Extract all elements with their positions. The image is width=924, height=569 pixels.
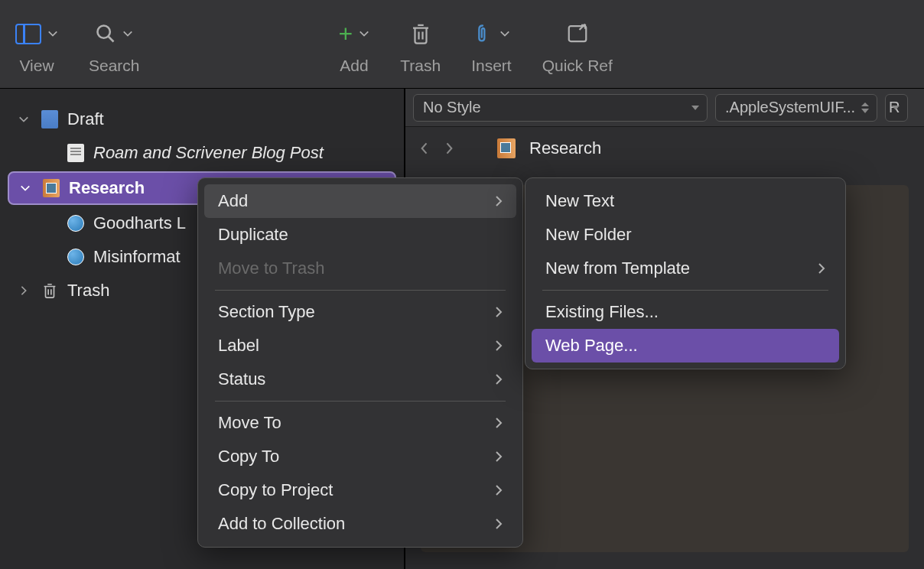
draft-folder-icon — [41, 110, 58, 128]
quickref-icon[interactable] — [566, 22, 589, 45]
menu-item-new-folder[interactable]: New Folder — [532, 218, 839, 252]
research-folder-icon — [43, 179, 60, 197]
menu-item-label: New Text — [545, 191, 614, 211]
menu-item-label: New Folder — [545, 225, 631, 245]
regular-select-value: R — [889, 99, 900, 116]
tree-item-blog-post[interactable]: Roam and Scrivener Blog Post — [0, 136, 404, 170]
chevron-right-icon — [495, 195, 503, 207]
toolbar-trash-group: Trash — [400, 18, 441, 75]
chevron-down-icon[interactable] — [359, 28, 369, 39]
research-folder-icon — [497, 138, 516, 158]
menu-item-label: Web Page... — [545, 336, 638, 356]
menu-item-label[interactable]: Label — [204, 329, 516, 363]
chevron-right-icon — [495, 518, 503, 530]
tree-label: Research — [69, 178, 145, 198]
menu-item-label: Add to Collection — [218, 514, 345, 534]
toolbar-quickref-label: Quick Ref — [542, 57, 613, 75]
document-icon — [67, 144, 84, 162]
web-page-icon — [67, 215, 84, 232]
nav-forward-button[interactable] — [444, 141, 454, 156]
tree-label: Misinformat — [93, 247, 181, 267]
sidebar-view-icon[interactable] — [15, 24, 41, 44]
font-select-value: .AppleSystemUIF... — [725, 99, 855, 116]
chevron-right-icon — [495, 450, 503, 463]
menu-item-web-page[interactable]: Web Page... — [532, 329, 839, 363]
menu-item-move-to[interactable]: Move To — [204, 406, 516, 440]
chevron-right-icon — [495, 340, 503, 352]
chevron-down-icon[interactable] — [122, 28, 133, 39]
menu-item-section-type[interactable]: Section Type — [204, 295, 516, 329]
chevron-down-icon[interactable] — [499, 28, 510, 39]
toolbar-search-label: Search — [89, 57, 140, 75]
svg-line-1 — [109, 37, 114, 42]
trash-icon[interactable] — [409, 21, 432, 46]
breadcrumb-title: Research — [529, 138, 601, 158]
chevron-down-icon[interactable] — [47, 28, 58, 39]
menu-item-move-to-trash: Move to Trash — [204, 252, 516, 285]
toolbar-quickref-group: Quick Ref — [542, 18, 613, 75]
menu-item-label: Section Type — [218, 302, 315, 322]
toolbar-view-group: View — [15, 18, 58, 75]
menu-item-label: Move to Trash — [218, 258, 324, 278]
menu-item-label: Existing Files... — [545, 302, 659, 322]
svg-point-0 — [98, 26, 110, 38]
regular-select[interactable]: R — [885, 94, 908, 122]
chevron-right-icon — [495, 306, 503, 318]
menu-item-duplicate[interactable]: Duplicate — [204, 218, 516, 252]
tree-item-draft[interactable]: Draft — [0, 102, 404, 136]
chevron-right-icon — [495, 417, 503, 429]
menu-item-status[interactable]: Status — [204, 363, 516, 396]
menu-item-label: Status — [218, 369, 265, 389]
chevron-right-icon — [495, 484, 503, 496]
toolbar-insert-group: Insert — [471, 18, 512, 75]
paperclip-icon[interactable] — [472, 22, 493, 45]
disclosure-triangle-icon[interactable] — [18, 285, 32, 296]
toolbar: View Search + Add Trash Insert Quick — [0, 0, 924, 89]
toolbar-add-group: + Add — [339, 18, 370, 75]
menu-item-add-to-collection[interactable]: Add to Collection — [204, 507, 516, 541]
breadcrumb-bar: Research — [405, 127, 924, 170]
menu-separator — [215, 401, 506, 402]
web-page-icon — [67, 249, 84, 265]
menu-item-new-text[interactable]: New Text — [532, 184, 839, 218]
toolbar-view-label: View — [19, 57, 54, 75]
menu-item-label: Duplicate — [218, 225, 288, 245]
menu-separator — [215, 290, 506, 291]
style-select-value: No Style — [423, 99, 481, 116]
toolbar-trash-label: Trash — [400, 57, 441, 75]
disclosure-triangle-icon[interactable] — [20, 183, 34, 193]
menu-item-copy-to-project[interactable]: Copy to Project — [204, 473, 516, 507]
plus-icon[interactable]: + — [339, 21, 353, 46]
menu-item-label: Label — [218, 336, 259, 356]
tree-label: Draft — [67, 109, 104, 129]
disclosure-triangle-icon[interactable] — [18, 114, 32, 125]
chevron-right-icon — [818, 262, 825, 275]
format-bar: No Style .AppleSystemUIF... R — [405, 89, 924, 127]
toolbar-add-label: Add — [340, 57, 368, 75]
context-submenu-add: New Text New Folder New from Template Ex… — [525, 177, 846, 369]
menu-item-label: Copy To — [218, 447, 279, 467]
chevron-right-icon — [495, 373, 503, 385]
menu-item-new-from-template[interactable]: New from Template — [532, 252, 839, 285]
nav-back-button[interactable] — [419, 141, 430, 156]
tree-label: Roam and Scrivener Blog Post — [93, 143, 324, 163]
search-icon[interactable] — [95, 23, 116, 44]
menu-item-existing-files[interactable]: Existing Files... — [532, 295, 839, 329]
font-select[interactable]: .AppleSystemUIF... — [715, 94, 877, 122]
svg-rect-2 — [569, 26, 587, 41]
menu-item-label: Move To — [218, 413, 281, 433]
menu-item-copy-to[interactable]: Copy To — [204, 440, 516, 473]
menu-item-label: New from Template — [545, 258, 690, 278]
tree-label: Goodharts L — [93, 213, 186, 233]
menu-item-label: Copy to Project — [218, 480, 333, 500]
menu-item-add[interactable]: Add — [204, 184, 516, 218]
context-menu: Add Duplicate Move to Trash Section Type… — [197, 177, 523, 548]
toolbar-insert-label: Insert — [471, 57, 512, 75]
tree-label: Trash — [67, 281, 109, 301]
menu-separator — [542, 290, 828, 291]
trash-icon — [41, 281, 58, 301]
menu-item-label: Add — [218, 191, 248, 211]
style-select[interactable]: No Style — [413, 94, 708, 122]
toolbar-search-group: Search — [89, 18, 140, 75]
